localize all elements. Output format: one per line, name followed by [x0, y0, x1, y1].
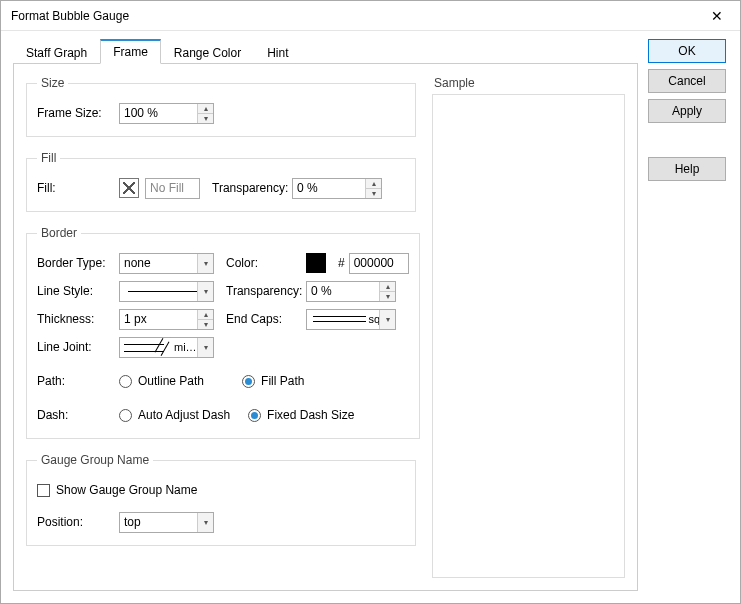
position-combo[interactable]: top ▾ [119, 512, 214, 533]
group-gauge-name: Gauge Group Name Show Gauge Group Name P… [26, 453, 416, 546]
end-caps-combo[interactable]: sq… ▾ [306, 309, 396, 330]
radio-outline-path-label: Outline Path [138, 374, 204, 388]
color-hex-field[interactable]: 000000 [349, 253, 409, 274]
line-style-preview-icon [128, 291, 205, 292]
chevron-down-icon: ▾ [197, 338, 213, 357]
tab-frame[interactable]: Frame [100, 39, 161, 64]
end-caps-preview-icon [313, 316, 366, 322]
frame-size-label: Frame Size: [37, 106, 119, 120]
radio-auto-dash-label: Auto Adjust Dash [138, 408, 230, 422]
path-label: Path: [37, 374, 119, 388]
apply-button[interactable]: Apply [648, 99, 726, 123]
tab-hint[interactable]: Hint [254, 41, 301, 64]
radio-icon [248, 409, 261, 422]
group-fill-legend: Fill [37, 151, 60, 165]
position-label: Position: [37, 515, 119, 529]
frame-size-spinner[interactable]: 100 % ▴▾ [119, 103, 214, 124]
ok-button[interactable]: OK [648, 39, 726, 63]
sample-label: Sample [434, 76, 625, 90]
radio-icon [119, 375, 132, 388]
fill-transparency-spinner[interactable]: 0 % ▴▾ [292, 178, 382, 199]
border-type-combo[interactable]: none ▾ [119, 253, 214, 274]
line-style-combo[interactable]: ▾ [119, 281, 214, 302]
radio-fixed-dash[interactable]: Fixed Dash Size [248, 408, 354, 422]
group-border: Border Border Type: none ▾ Color: # [26, 226, 420, 439]
radio-fill-path[interactable]: Fill Path [242, 374, 304, 388]
radio-icon [119, 409, 132, 422]
group-size-legend: Size [37, 76, 68, 90]
border-type-label: Border Type: [37, 256, 119, 270]
spinner-arrows-icon[interactable]: ▴▾ [197, 104, 213, 123]
fill-swatch-icon[interactable] [119, 178, 139, 198]
dialog-window: Format Bubble Gauge ✕ Staff Graph Frame … [0, 0, 741, 604]
thickness-spinner[interactable]: 1 px ▴▾ [119, 309, 214, 330]
chevron-down-icon: ▾ [197, 282, 213, 301]
thickness-label: Thickness: [37, 312, 119, 326]
group-size: Size Frame Size: 100 % ▴▾ [26, 76, 416, 137]
border-type-value: none [124, 256, 151, 270]
radio-outline-path[interactable]: Outline Path [119, 374, 204, 388]
tab-range-color[interactable]: Range Color [161, 41, 254, 64]
radio-icon [242, 375, 255, 388]
fill-transparency-label: Transparency: [212, 181, 292, 195]
checkbox-show-gauge-name-label: Show Gauge Group Name [56, 483, 197, 497]
border-transparency-value: 0 % [311, 284, 332, 298]
sample-preview [432, 94, 625, 578]
radio-auto-dash[interactable]: Auto Adjust Dash [119, 408, 230, 422]
spinner-arrows-icon[interactable]: ▴▾ [197, 310, 213, 329]
fill-transparency-value: 0 % [297, 181, 318, 195]
dialog-body: Staff Graph Frame Range Color Hint Size … [1, 31, 740, 603]
button-column: OK Cancel Apply Help [638, 39, 728, 591]
tab-panel-frame: Size Frame Size: 100 % ▴▾ Fill [13, 63, 638, 591]
close-icon[interactable]: ✕ [702, 8, 732, 24]
spinner-arrows-icon[interactable]: ▴▾ [379, 282, 395, 301]
dash-label: Dash: [37, 408, 119, 422]
radio-fixed-dash-label: Fixed Dash Size [267, 408, 354, 422]
fill-value-text: No Fill [150, 181, 184, 195]
position-value: top [124, 515, 141, 529]
border-color-label: Color: [226, 256, 306, 270]
chevron-down-icon: ▾ [197, 254, 213, 273]
end-caps-label: End Caps: [226, 312, 306, 326]
line-joint-combo[interactable]: mi… ▾ [119, 337, 214, 358]
border-transparency-spinner[interactable]: 0 % ▴▾ [306, 281, 396, 302]
border-transparency-label: Transparency: [226, 284, 306, 298]
sample-area: Sample [432, 76, 625, 578]
line-joint-label: Line Joint: [37, 340, 119, 354]
hash-symbol: # [338, 256, 345, 270]
form-area: Size Frame Size: 100 % ▴▾ Fill [26, 76, 416, 578]
fill-label: Fill: [37, 181, 119, 195]
color-swatch-icon[interactable] [306, 253, 326, 273]
checkbox-icon [37, 484, 50, 497]
chevron-down-icon: ▾ [379, 310, 395, 329]
color-hex-value: 000000 [354, 256, 394, 270]
thickness-value: 1 px [124, 312, 147, 326]
group-fill: Fill Fill: No Fill Transparency: 0 % ▴▾ [26, 151, 416, 212]
line-style-label: Line Style: [37, 284, 119, 298]
tab-staff-graph[interactable]: Staff Graph [13, 41, 100, 64]
tab-bar: Staff Graph Frame Range Color Hint [13, 39, 638, 63]
cancel-button[interactable]: Cancel [648, 69, 726, 93]
titlebar: Format Bubble Gauge ✕ [1, 1, 740, 31]
fill-value-field: No Fill [145, 178, 200, 199]
group-border-legend: Border [37, 226, 81, 240]
radio-fill-path-label: Fill Path [261, 374, 304, 388]
help-button[interactable]: Help [648, 157, 726, 181]
spinner-arrows-icon[interactable]: ▴▾ [365, 179, 381, 198]
line-joint-value: mi… [174, 341, 197, 353]
chevron-down-icon: ▾ [197, 513, 213, 532]
group-gauge-name-legend: Gauge Group Name [37, 453, 153, 467]
frame-size-value: 100 % [124, 106, 158, 120]
window-title: Format Bubble Gauge [11, 9, 129, 23]
main-column: Staff Graph Frame Range Color Hint Size … [13, 39, 638, 591]
checkbox-show-gauge-name[interactable]: Show Gauge Group Name [37, 483, 197, 497]
line-joint-preview-icon [124, 341, 174, 353]
